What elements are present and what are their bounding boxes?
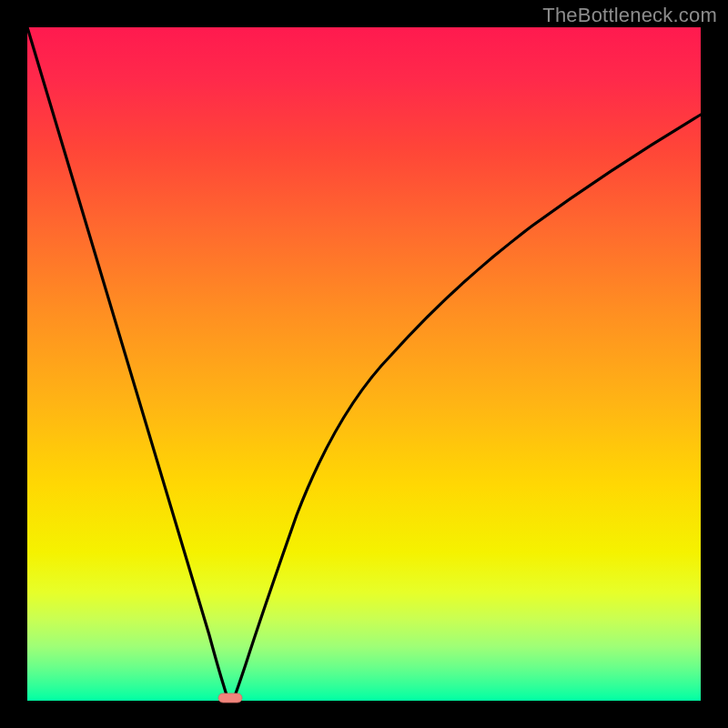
optimum-marker [218,693,242,703]
plot-frame [27,27,701,701]
watermark-text: TheBottleneck.com [542,4,717,27]
bottleneck-curve-path [27,27,701,701]
bottleneck-curve-svg [27,27,701,701]
